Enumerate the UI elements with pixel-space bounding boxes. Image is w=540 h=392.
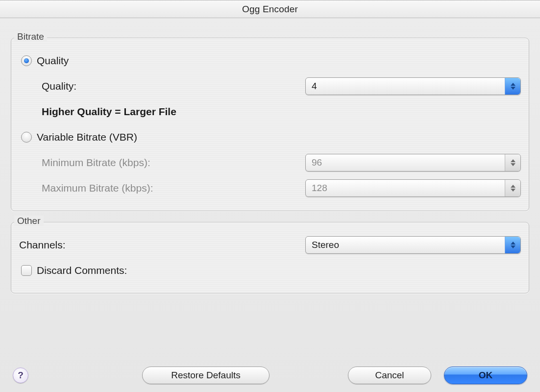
quality-field-label: Quality: [42, 80, 267, 92]
chevron-down-icon [511, 163, 515, 166]
mode-vbr-row: Variable Bitrate (VBR) [19, 126, 521, 148]
chevron-up-icon [511, 159, 515, 162]
radio-vbr-label: Variable Bitrate (VBR) [37, 131, 137, 143]
cancel-label: Cancel [375, 370, 404, 381]
restore-defaults-button[interactable]: Restore Defaults [142, 367, 270, 384]
radio-dot-icon [21, 55, 32, 66]
button-bar: ? Restore Defaults Cancel OK [0, 367, 540, 384]
max-bitrate-value: 128 [312, 183, 327, 194]
radio-vbr[interactable]: Variable Bitrate (VBR) [19, 128, 139, 146]
mode-quality-row: Quality [19, 50, 521, 72]
window-title: Ogg Encoder [0, 0, 540, 18]
ok-button[interactable]: OK [444, 367, 527, 384]
quality-row: Quality: 4 [19, 75, 521, 97]
channels-popup[interactable]: Stereo [305, 236, 521, 254]
max-bitrate-popup[interactable]: 128 [305, 179, 521, 197]
stepper-arrows-icon [505, 78, 520, 95]
other-group: Other Channels: Stereo Discard [11, 222, 529, 294]
discard-label: Discard Comments: [37, 265, 127, 276]
channels-label: Channels: [19, 239, 245, 251]
bitrate-group-label: Bitrate [14, 31, 47, 42]
chevron-down-icon [511, 87, 515, 90]
radio-quality-label: Quality [37, 55, 69, 67]
stepper-arrows-icon [505, 180, 520, 196]
window-title-text: Ogg Encoder [242, 4, 298, 14]
ogg-encoder-window: Ogg Encoder Bitrate Quality Quality: 4 [0, 0, 540, 392]
channels-value: Stereo [312, 240, 339, 250]
help-button[interactable]: ? [13, 368, 28, 383]
restore-defaults-label: Restore Defaults [171, 370, 241, 381]
window-content: Bitrate Quality Quality: 4 [0, 18, 540, 322]
chevron-up-icon [511, 185, 515, 188]
max-bitrate-label: Maximum Bitrate (kbps): [42, 182, 267, 194]
checkbox-box-icon [21, 265, 32, 276]
radio-quality[interactable]: Quality [19, 52, 71, 70]
discard-checkbox[interactable]: Discard Comments: [19, 262, 129, 279]
quality-hint-row: Higher Quality = Larger File [19, 101, 521, 122]
cancel-button[interactable]: Cancel [348, 367, 431, 384]
channels-row: Channels: Stereo [19, 234, 521, 256]
stepper-arrows-icon [505, 154, 520, 171]
stepper-arrows-icon [505, 237, 520, 253]
chevron-down-icon [511, 245, 515, 248]
max-bitrate-row: Maximum Bitrate (kbps): 128 [19, 177, 521, 199]
quality-value: 4 [312, 81, 317, 92]
radio-dot-icon [21, 132, 32, 143]
chevron-up-icon [511, 242, 515, 245]
min-bitrate-label: Minimum Bitrate (kbps): [42, 157, 267, 169]
quality-popup[interactable]: 4 [305, 77, 521, 95]
chevron-up-icon [511, 83, 515, 86]
min-bitrate-value: 96 [312, 157, 322, 168]
ok-label: OK [479, 370, 493, 381]
quality-hint: Higher Quality = Larger File [42, 106, 176, 118]
discard-row: Discard Comments: [19, 260, 521, 281]
help-icon: ? [18, 370, 24, 381]
min-bitrate-row: Minimum Bitrate (kbps): 96 [19, 152, 521, 173]
bitrate-group: Bitrate Quality Quality: 4 [11, 38, 529, 211]
min-bitrate-popup[interactable]: 96 [305, 154, 521, 172]
other-group-label: Other [14, 216, 44, 226]
chevron-down-icon [511, 189, 515, 192]
